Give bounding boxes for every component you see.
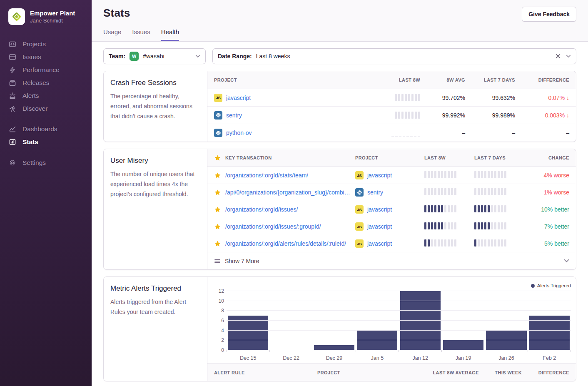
- discover-icon: [8, 105, 16, 112]
- transaction-link[interactable]: /api/0/organizations/{organization_slug}…: [225, 189, 352, 196]
- arrow-down-icon: ↓: [566, 112, 569, 119]
- team-label: Team:: [109, 53, 125, 60]
- sidebar-item-dashboards[interactable]: Dashboards: [8, 122, 92, 135]
- project-link[interactable]: javascript: [226, 95, 251, 101]
- column-header: Difference: [518, 77, 569, 82]
- sidebar-item-label: Stats: [22, 138, 38, 146]
- sidebar-item-alerts[interactable]: Alerts: [8, 89, 92, 102]
- sparkline: [424, 222, 456, 229]
- empower-plant-logo-icon: [11, 11, 22, 22]
- key-transaction-star-icon[interactable]: [214, 206, 221, 213]
- sidebar-item-settings[interactable]: Settings: [8, 156, 92, 169]
- panel-title: Metric Alerts Triggered: [110, 284, 200, 293]
- crash-table-header: Project Last 8W 8W Avg Last 7 Days Diffe…: [207, 71, 576, 89]
- column-header: Difference: [525, 370, 569, 375]
- tab-health[interactable]: Health: [161, 28, 179, 41]
- tab-usage[interactable]: Usage: [103, 28, 121, 41]
- panel-description: Alerts triggered from the Alert Rules yo…: [110, 297, 200, 317]
- table-row: sentry 99.992% 99.989% 0.003% ↓: [207, 107, 576, 124]
- key-transaction-star-icon[interactable]: [214, 240, 221, 247]
- crash-free-sessions-description: Crash Free Sessions The percentage of he…: [104, 71, 207, 142]
- transaction-link[interactable]: /organizations/:orgId/issues/:groupId/: [225, 223, 321, 230]
- sidebar-item-label: Dashboards: [22, 125, 57, 133]
- releases-icon: [8, 79, 16, 87]
- project-link[interactable]: sentry: [367, 189, 383, 196]
- project-link[interactable]: javascript: [367, 240, 392, 247]
- date-range-value: Last 8 weeks: [256, 53, 290, 60]
- key-transaction-star-icon[interactable]: [214, 172, 221, 179]
- change-value: 1% worse: [527, 189, 569, 196]
- metric-alerts-description: Metric Alerts Triggered Alerts triggered…: [104, 277, 207, 381]
- project-link[interactable]: javascript: [367, 172, 392, 179]
- sparkline: [474, 205, 506, 212]
- sidebar: Empower Plant Jane Schmidt Projects Issu…: [0, 0, 92, 386]
- column-header: Last 7 Days: [468, 77, 515, 82]
- transaction-link[interactable]: /organizations/:orgId/stats/team/: [225, 172, 308, 179]
- sidebar-item-projects[interactable]: Projects: [8, 37, 92, 50]
- org-switcher[interactable]: Empower Plant Jane Schmidt: [8, 8, 92, 25]
- sidebar-nav: Projects Issues Performance Releases Ale…: [8, 37, 92, 169]
- crash-free-sessions-panel: Crash Free Sessions The percentage of he…: [103, 71, 576, 142]
- alerts-chart-xticks: [227, 350, 571, 352]
- column-header: This Week: [482, 370, 522, 375]
- date-range-selector[interactable]: Date Range: Last 8 weeks: [212, 48, 576, 64]
- panel-description: The percentage of healthy, errored, and …: [110, 91, 200, 121]
- sidebar-item-releases[interactable]: Releases: [8, 76, 92, 89]
- main-content: Stats Give Feedback Usage Issues Health …: [92, 0, 588, 386]
- transaction-link[interactable]: /organizations/:orgId/issues/: [225, 206, 298, 213]
- column-header: Last 8W: [370, 77, 420, 82]
- misery-table-header: Key Transaction Project Last 8W Last 7 D…: [207, 149, 576, 167]
- transaction-link[interactable]: /organizations/:orgId/alerts/rules/detai…: [225, 240, 346, 247]
- table-row: /organizations/:orgId/alerts/rules/detai…: [207, 235, 576, 252]
- column-header: Project: [355, 155, 421, 160]
- sidebar-item-issues[interactable]: Issues: [8, 50, 92, 63]
- project-link[interactable]: python-ov: [226, 129, 252, 136]
- column-header: 8W Avg: [424, 77, 465, 82]
- project-link[interactable]: sentry: [226, 112, 242, 119]
- alerts-chart: Alerts Triggered 024681012 Dec 15Dec 22D…: [207, 277, 576, 364]
- change-value: 5% better: [527, 240, 569, 247]
- team-value: #wasabi: [143, 53, 164, 60]
- column-header: Project: [317, 370, 403, 375]
- chevron-down-icon: [566, 55, 571, 58]
- team-selector[interactable]: Team: W #wasabi: [103, 48, 206, 64]
- javascript-platform-icon: JS: [355, 171, 364, 179]
- table-row: /organizations/:orgId/stats/team/ JSjava…: [207, 167, 576, 184]
- nav-divider: [8, 115, 92, 122]
- change-value: 10% better: [527, 206, 569, 213]
- give-feedback-button[interactable]: Give Feedback: [522, 7, 576, 22]
- project-link[interactable]: javascript: [367, 223, 392, 230]
- table-row: /api/0/organizations/{organization_slug}…: [207, 184, 576, 201]
- tab-issues[interactable]: Issues: [132, 28, 150, 41]
- last7-value: –: [468, 129, 515, 136]
- sidebar-item-label: Releases: [22, 79, 50, 87]
- key-transaction-star-icon[interactable]: [214, 189, 221, 196]
- alerts-chart-bars: [227, 291, 571, 350]
- alerts-chart-plot: 024681012: [227, 291, 571, 350]
- project-link[interactable]: javascript: [367, 206, 392, 213]
- python-platform-icon: [214, 129, 222, 137]
- clear-date-range-icon[interactable]: [554, 52, 562, 60]
- issues-icon: [8, 53, 16, 61]
- sparkline: [424, 205, 456, 212]
- content-area: Team: W #wasabi Date Range: Last 8 weeks: [92, 42, 588, 381]
- show-more-button[interactable]: Show 7 More: [207, 252, 576, 269]
- chart-legend[interactable]: Alerts Triggered: [213, 282, 571, 289]
- projects-icon: [8, 40, 16, 48]
- sidebar-item-stats[interactable]: Stats: [8, 135, 92, 148]
- sidebar-item-performance[interactable]: Performance: [8, 63, 92, 76]
- javascript-platform-icon: JS: [355, 222, 364, 231]
- sparkline: [424, 239, 456, 247]
- performance-icon: [8, 66, 16, 74]
- javascript-platform-icon: JS: [214, 94, 222, 102]
- table-row: /organizations/:orgId/issues/:groupId/ J…: [207, 218, 576, 235]
- difference-value: 0.07% ↓: [518, 95, 569, 101]
- python-platform-icon: [214, 111, 222, 120]
- sparkline: [395, 112, 420, 119]
- sparkline: [474, 222, 506, 229]
- arrow-down-icon: ↓: [566, 95, 569, 101]
- sparkline: [474, 188, 506, 195]
- sidebar-item-discover[interactable]: Discover: [8, 102, 92, 115]
- filter-bar: Team: W #wasabi Date Range: Last 8 weeks: [103, 48, 576, 64]
- key-transaction-star-icon[interactable]: [214, 223, 221, 230]
